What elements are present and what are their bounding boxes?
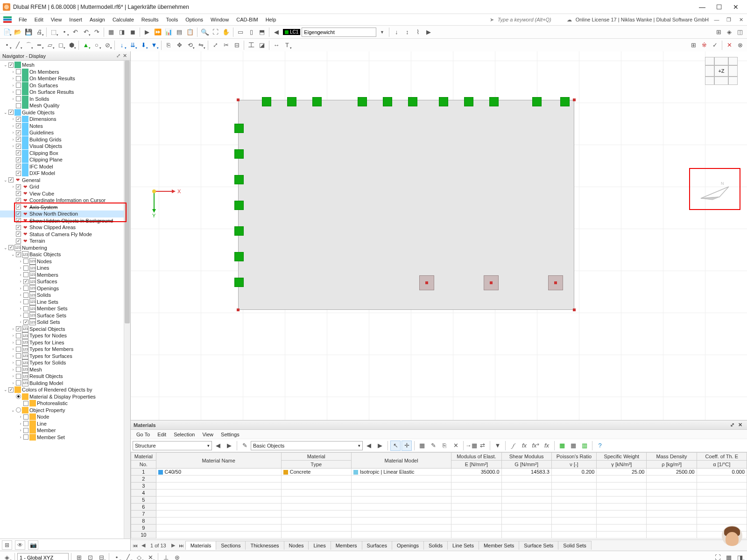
mesh-generate[interactable]: ※ bbox=[699, 40, 709, 50]
tree-item[interactable]: ›❤Grid bbox=[0, 183, 130, 190]
mat-tab-materials[interactable]: Materials bbox=[185, 541, 217, 550]
support-alt[interactable] bbox=[484, 275, 499, 290]
view-z-button[interactable]: ⬒ bbox=[257, 27, 267, 37]
tabs-last[interactable]: ⏭ bbox=[177, 543, 186, 548]
materials-table[interactable]: MaterialMaterial NameMaterialMaterial Mo… bbox=[131, 452, 747, 539]
tree-item[interactable]: ›Guidelines bbox=[0, 129, 130, 136]
select-button[interactable]: ⬚ bbox=[49, 27, 59, 37]
tree-item[interactable]: ›123Types for Members bbox=[0, 346, 130, 353]
mat-select-tool[interactable]: ↖ bbox=[390, 441, 401, 451]
next-lc-button[interactable]: ▼ bbox=[377, 27, 387, 37]
hinge-create[interactable]: ○ bbox=[92, 40, 102, 50]
load-line[interactable]: ⇊ bbox=[127, 40, 138, 50]
zoom-fit-button[interactable]: ⛶ bbox=[210, 27, 220, 37]
load-member[interactable]: ⬇ bbox=[138, 40, 148, 50]
mat-prev[interactable]: ◀ bbox=[213, 441, 223, 451]
materials-objects-dd[interactable]: Basic Objects▾ bbox=[251, 441, 363, 450]
mat-fxs[interactable]: fx* bbox=[530, 441, 541, 451]
tabs-first[interactable]: ⏮ bbox=[131, 543, 139, 548]
support-create[interactable]: ▲ bbox=[81, 40, 91, 50]
results-button[interactable]: 📊 bbox=[163, 27, 174, 37]
tree-item[interactable]: ›123Surface Sets bbox=[0, 312, 130, 319]
tree-item[interactable]: ›On Surfaces bbox=[0, 82, 130, 89]
tree-item[interactable]: ›123Members bbox=[0, 272, 130, 279]
support-node[interactable] bbox=[234, 252, 244, 261]
maximize-button[interactable]: ☐ bbox=[711, 0, 727, 14]
menu-window[interactable]: Window bbox=[207, 15, 233, 24]
calc-button[interactable]: ▶ bbox=[142, 27, 152, 37]
mat-go-next[interactable]: ▶ bbox=[375, 441, 385, 451]
menu-assign[interactable]: Assign bbox=[86, 15, 109, 24]
menu-insert[interactable]: Insert bbox=[65, 15, 86, 24]
support-node[interactable] bbox=[358, 97, 367, 106]
sb-snap-mid[interactable]: ◇ bbox=[134, 553, 144, 560]
nav-views-tab[interactable]: 📷 bbox=[28, 540, 38, 550]
tabs-prev[interactable]: ◀ bbox=[139, 542, 148, 548]
mesh-settings[interactable]: ⊞ bbox=[688, 40, 698, 50]
undo-history[interactable]: ↶ bbox=[81, 27, 91, 37]
rotate-tool[interactable]: ⟲ bbox=[185, 40, 195, 50]
tree-item[interactable]: Material & Display Properties bbox=[0, 393, 130, 400]
solid-create[interactable]: ⬢ bbox=[66, 40, 77, 50]
tree-item[interactable]: ❤Coordinate Information on Cursor bbox=[0, 197, 130, 204]
support-node[interactable] bbox=[489, 97, 499, 106]
mat-fxc[interactable]: fx bbox=[542, 441, 552, 451]
trim-tool[interactable]: ✂ bbox=[221, 40, 231, 50]
mat-new-row[interactable]: ▦ bbox=[417, 441, 427, 451]
support-node[interactable] bbox=[464, 97, 473, 106]
model-canvas[interactable]: X Y +Z bbox=[131, 51, 747, 420]
tree-item[interactable]: ⌄Colors of Rendered Objects by bbox=[0, 386, 130, 393]
section-lib[interactable]: 工 bbox=[246, 40, 256, 50]
release-create[interactable]: ⊘ bbox=[102, 40, 113, 50]
view-wireframe[interactable]: ▦ bbox=[106, 27, 116, 37]
mat-del-row[interactable]: ✕ bbox=[451, 441, 461, 451]
show-results-button[interactable]: ↕ bbox=[402, 27, 412, 37]
materials-structure-dd[interactable]: Structure▾ bbox=[133, 441, 212, 450]
tree-item[interactable]: ⌄Object Property bbox=[0, 407, 130, 414]
tree-item[interactable]: ›123Mesh bbox=[0, 366, 130, 373]
tree-item[interactable]: Mesh Quality bbox=[0, 102, 130, 109]
view-cube[interactable]: +Z bbox=[705, 57, 738, 85]
mat-tab-thicknesses[interactable]: Thicknesses bbox=[245, 541, 284, 550]
mat-tab-solids[interactable]: Solids bbox=[423, 541, 448, 550]
line-create[interactable]: ╱ bbox=[13, 40, 23, 50]
load-surface[interactable]: ▼ bbox=[149, 40, 159, 50]
tree-item[interactable]: IFC Model bbox=[0, 163, 130, 170]
navigator-close[interactable]: ✕ bbox=[121, 53, 128, 59]
mat-tab-member-sets[interactable]: Member Sets bbox=[479, 541, 519, 550]
tree-item[interactable]: ⌄Mesh bbox=[0, 62, 130, 69]
mat-tab-members[interactable]: Members bbox=[331, 541, 362, 550]
minimize-button[interactable]: — bbox=[694, 0, 711, 14]
keyword-search[interactable] bbox=[498, 17, 563, 22]
support-node[interactable] bbox=[312, 97, 322, 106]
tree-item[interactable]: ›123Surfaces bbox=[0, 278, 130, 285]
materials-close[interactable]: ✕ bbox=[736, 422, 744, 428]
mat-edit-row[interactable]: ✎ bbox=[428, 441, 438, 451]
sb-btn-1[interactable]: ⊞ bbox=[74, 553, 84, 560]
tree-item[interactable]: ›123Special Objects bbox=[0, 326, 130, 333]
support-node[interactable] bbox=[287, 97, 296, 106]
tree-item[interactable]: Photorealistic bbox=[0, 400, 130, 407]
menu-file[interactable]: File bbox=[15, 15, 31, 24]
mat-tab-sections[interactable]: Sections bbox=[216, 541, 246, 550]
sb-btn-2[interactable]: ⊡ bbox=[85, 553, 95, 560]
support-node[interactable] bbox=[234, 175, 244, 184]
tree-item[interactable]: ⌄❤General bbox=[0, 177, 130, 184]
sb-render[interactable]: ◨ bbox=[735, 553, 745, 560]
app-menu-icon[interactable] bbox=[2, 15, 13, 24]
tree-item[interactable]: ›In Solids bbox=[0, 96, 130, 103]
tree-item[interactable]: ⌄123Basic Objects bbox=[0, 251, 130, 258]
tree-item[interactable]: ›On Member Results bbox=[0, 75, 130, 82]
tree-item[interactable]: ›Member Set bbox=[0, 434, 130, 441]
tree-item[interactable]: Clipping Plane bbox=[0, 156, 130, 163]
mat-fx[interactable]: fx bbox=[519, 441, 529, 451]
support-node[interactable] bbox=[234, 149, 244, 159]
calc-all-button[interactable]: ⏩ bbox=[153, 27, 163, 37]
view-solid[interactable]: ◼ bbox=[127, 27, 138, 37]
tree-item[interactable]: ❤Status of Camera Fly Mode bbox=[0, 231, 130, 238]
tree-item[interactable]: ›123Solids bbox=[0, 292, 130, 299]
support-alt[interactable] bbox=[419, 275, 434, 290]
arc-create[interactable]: ⌒ bbox=[23, 40, 34, 50]
mini-restore[interactable]: ❐ bbox=[725, 17, 733, 23]
support-node[interactable] bbox=[234, 226, 244, 236]
